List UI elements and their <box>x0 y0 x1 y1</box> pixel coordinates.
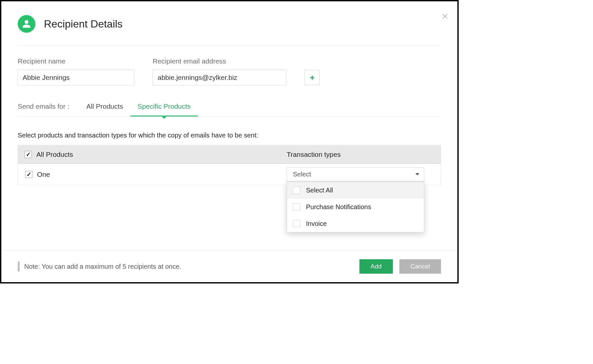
tab-specific-products-label: Specific Products <box>138 102 191 110</box>
recipient-form-row: Recipient name Recipient email address + <box>18 46 441 85</box>
invoice-checkbox[interactable] <box>293 220 300 227</box>
add-recipient-button[interactable]: + <box>305 70 320 85</box>
recipient-name-field: Recipient name <box>18 57 134 85</box>
tab-specific-products[interactable]: Specific Products <box>130 102 198 116</box>
transaction-select-placeholder: Select <box>293 171 311 178</box>
invoice-label: Invoice <box>306 220 327 228</box>
select-all-checkbox[interactable] <box>293 187 300 194</box>
all-products-checkbox[interactable] <box>25 151 32 158</box>
row-product-cell: One <box>18 171 283 178</box>
transaction-types-dropdown: Select All Purchase Notifications Invoic… <box>287 182 424 232</box>
transaction-select-wrap: Select Select All Purchase Notifications <box>287 167 424 182</box>
products-table: All Products Transaction types One Selec… <box>18 145 441 185</box>
header-tx-col: Transaction types <box>283 151 441 158</box>
modal-frame: × Recipient Details Recipient name Recip… <box>0 0 459 283</box>
add-button[interactable]: Add <box>359 259 393 274</box>
row-tx-cell: Select Select All Purchase Notifications <box>283 167 441 182</box>
transaction-types-select[interactable]: Select <box>287 167 424 182</box>
modal-footer: Note: You can add a maximum of 5 recipie… <box>1 250 457 282</box>
dropdown-item-select-all[interactable]: Select All <box>287 182 424 199</box>
tab-all-products-label: All Products <box>86 102 123 110</box>
recipient-email-input[interactable] <box>153 70 286 85</box>
modal-title: Recipient Details <box>44 18 123 30</box>
footer-note: Note: You can add a maximum of 5 recipie… <box>18 262 181 271</box>
recipient-email-label: Recipient email address <box>153 57 286 65</box>
chevron-down-icon <box>415 173 419 175</box>
active-tab-underline <box>130 116 198 117</box>
product-row-checkbox[interactable] <box>25 171 32 178</box>
recipient-name-label: Recipient name <box>18 57 134 65</box>
header-products-col: All Products <box>18 151 283 158</box>
plus-icon: + <box>310 73 315 82</box>
tab-all-products[interactable]: All Products <box>79 102 130 116</box>
instruction-text: Select products and transaction types fo… <box>18 132 441 139</box>
recipient-email-field: Recipient email address <box>153 57 286 85</box>
product-row-label: One <box>37 171 50 178</box>
dropdown-item-invoice[interactable]: Invoice <box>287 215 424 232</box>
header-products-label: All Products <box>36 151 73 158</box>
table-row: One Select Select All <box>18 164 441 185</box>
modal-header: Recipient Details <box>18 1 441 46</box>
purchase-notifications-checkbox[interactable] <box>293 203 300 210</box>
tabs-label: Send emails for : <box>18 102 79 116</box>
cancel-button[interactable]: Cancel <box>399 259 441 274</box>
dropdown-item-purchase-notifications[interactable]: Purchase Notifications <box>287 199 424 215</box>
recipient-details-modal: × Recipient Details Recipient name Recip… <box>1 1 457 282</box>
person-icon <box>18 15 35 33</box>
select-all-label: Select All <box>306 187 333 194</box>
table-header: All Products Transaction types <box>18 145 441 164</box>
close-icon[interactable]: × <box>442 10 448 22</box>
note-bar-icon <box>18 262 20 271</box>
send-emails-tabs: Send emails for : All Products Specific … <box>18 102 441 117</box>
note-text: Note: You can add a maximum of 5 recipie… <box>24 263 181 270</box>
purchase-notifications-label: Purchase Notifications <box>306 203 371 211</box>
recipient-name-input[interactable] <box>18 70 134 85</box>
footer-buttons: Add Cancel <box>359 259 441 274</box>
